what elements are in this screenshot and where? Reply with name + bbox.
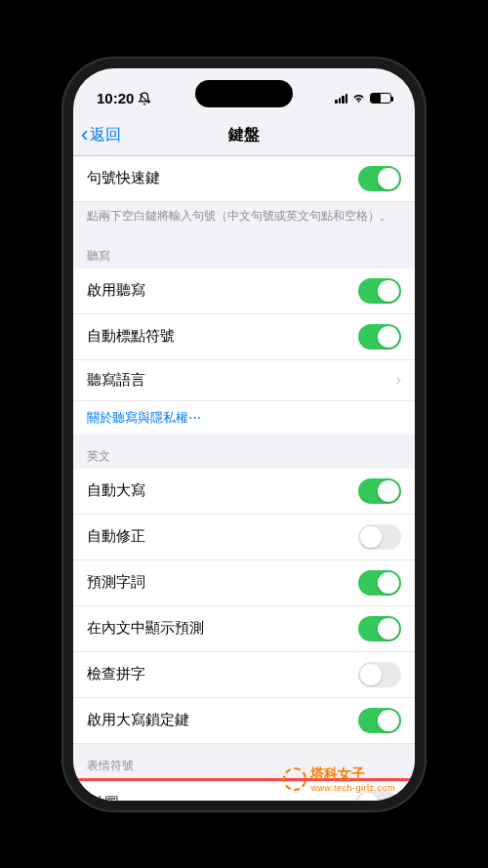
watermark-url: www.tech-girlz.com	[310, 783, 395, 793]
toggle-caps-lock[interactable]	[358, 708, 401, 733]
row-predictive[interactable]: 預測字詞	[73, 560, 415, 606]
row-auto-capitalization[interactable]: 自動大寫	[73, 469, 415, 515]
toggle-check-spelling[interactable]	[358, 662, 401, 687]
toggle-auto-correction[interactable]	[358, 524, 401, 550]
row-label: 聽寫語言	[87, 371, 145, 390]
signal-icon	[335, 94, 347, 103]
silent-bell-icon	[138, 92, 151, 105]
toggle-enable-dictation[interactable]	[358, 278, 401, 304]
row-dictation-language[interactable]: 聽寫語言 ›	[73, 360, 415, 401]
row-label: 貼圖	[90, 794, 119, 801]
toggle-auto-capitalization[interactable]	[358, 478, 401, 504]
row-label: 預測字詞	[87, 573, 145, 592]
footer-period-shortcut: 點兩下空白鍵將輸入句號（中文句號或英文句點和空格）。	[73, 202, 415, 234]
watermark-title: 塔科女子	[310, 765, 395, 783]
section-header-dictation: 聽寫	[73, 234, 415, 269]
page-title: 鍵盤	[228, 125, 260, 145]
dynamic-island	[195, 80, 293, 107]
row-label: 自動修正	[87, 527, 145, 546]
row-label: 在內文中顯示預測	[87, 619, 204, 638]
row-period-shortcut[interactable]: 句號快速鍵	[73, 156, 415, 202]
phone-screen: 10:20 ‹ 返回 鍵盤 句號快速鍵 點兩下空白鍵將輸入句號（中文句號或英文句…	[73, 68, 415, 801]
toggle-auto-punctuation[interactable]	[358, 324, 401, 350]
row-label: 自動標點符號	[87, 327, 175, 346]
back-button[interactable]: ‹ 返回	[81, 122, 121, 147]
row-caps-lock[interactable]: 啟用大寫鎖定鍵	[73, 698, 415, 744]
row-auto-correction[interactable]: 自動修正	[73, 515, 415, 560]
row-label: 檢查拼字	[87, 665, 145, 683]
settings-content[interactable]: 句號快速鍵 點兩下空白鍵將輸入句號（中文句號或英文句點和空格）。 聽寫 啟用聽寫…	[73, 156, 415, 801]
toggle-period-shortcut[interactable]	[358, 166, 401, 191]
row-auto-punctuation[interactable]: 自動標點符號	[73, 314, 415, 360]
phone-frame: 10:20 ‹ 返回 鍵盤 句號快速鍵 點兩下空白鍵將輸入句號（中文句號或英文句…	[63, 59, 425, 810]
row-inline-predictive[interactable]: 在內文中顯示預測	[73, 606, 415, 652]
chevron-left-icon: ‹	[81, 122, 88, 147]
toggle-inline-predictive[interactable]	[358, 616, 401, 641]
watermark: 塔科女子 www.tech-girlz.com	[283, 765, 395, 793]
status-time: 10:20	[97, 90, 134, 106]
row-check-spelling[interactable]: 檢查拼字	[73, 652, 415, 698]
nav-bar: ‹ 返回 鍵盤	[73, 115, 415, 156]
watermark-logo-icon	[283, 767, 306, 791]
back-label: 返回	[90, 125, 121, 145]
battery-icon	[370, 93, 391, 103]
toggle-predictive[interactable]	[358, 570, 401, 596]
dictation-privacy-link[interactable]: 關於聽寫與隱私權⋯	[73, 401, 415, 434]
row-enable-dictation[interactable]: 啟用聽寫	[73, 269, 415, 314]
section-header-english: 英文	[73, 434, 415, 469]
wifi-icon	[351, 93, 366, 103]
row-label: 啟用聽寫	[87, 281, 145, 300]
row-label: 啟用大寫鎖定鍵	[87, 711, 189, 729]
row-label: 自動大寫	[87, 481, 145, 500]
chevron-right-icon: ›	[396, 371, 401, 389]
row-label: 句號快速鍵	[87, 169, 160, 187]
